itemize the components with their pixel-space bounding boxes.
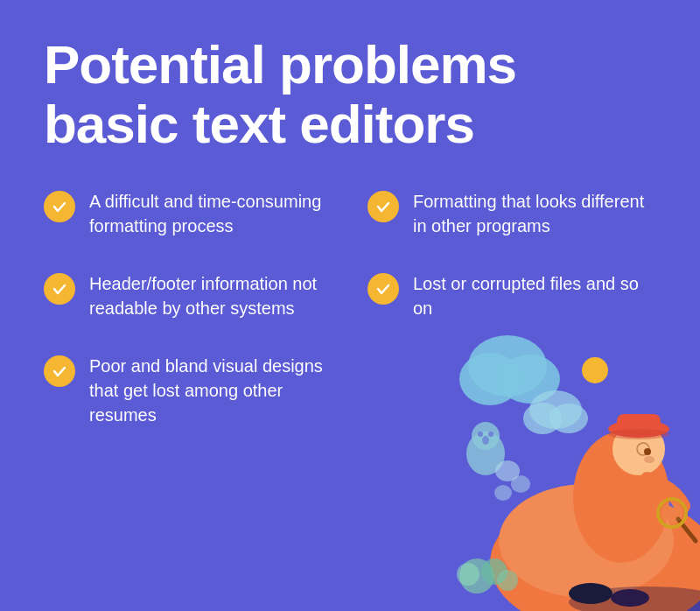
title-line2: basic text editors	[44, 94, 474, 154]
bullet-text-4: Formatting that looks different in other…	[413, 189, 656, 238]
bullet-text-3: Poor and bland visual designs that get l…	[89, 354, 341, 427]
svg-point-23	[644, 456, 654, 463]
svg-point-6	[582, 357, 608, 383]
svg-point-33	[457, 563, 480, 586]
svg-point-10	[488, 432, 494, 437]
svg-point-13	[511, 475, 530, 493]
svg-point-27	[662, 502, 682, 523]
main-title: Potential problems basic text editors	[44, 35, 656, 154]
svg-point-5	[550, 404, 588, 433]
svg-point-29	[569, 583, 612, 604]
main-container: Potential problems basic text editors A …	[0, 0, 700, 611]
svg-point-9	[478, 432, 483, 437]
list-item: A difficult and time-consuming formattin…	[44, 189, 341, 238]
svg-point-34	[497, 570, 518, 591]
svg-point-14	[494, 485, 512, 501]
svg-point-21	[608, 429, 669, 439]
check-icon-2	[44, 273, 75, 305]
bullet-text-2: Header/footer information not readable b…	[89, 271, 341, 320]
bullet-text-1: A difficult and time-consuming formattin…	[89, 189, 341, 238]
check-icon-1	[44, 191, 75, 222]
check-icon-3	[44, 355, 75, 387]
svg-point-30	[611, 589, 649, 607]
check-icon-5	[368, 273, 399, 305]
list-item: Formatting that looks different in other…	[368, 189, 656, 238]
title-line1: Potential problems	[44, 34, 516, 95]
illustration	[332, 313, 700, 611]
list-item: Poor and bland visual designs that get l…	[44, 354, 341, 427]
svg-point-11	[482, 436, 489, 445]
list-item: Header/footer information not readable b…	[44, 271, 341, 320]
left-column: A difficult and time-consuming formattin…	[44, 189, 341, 460]
check-icon-4	[368, 191, 399, 222]
